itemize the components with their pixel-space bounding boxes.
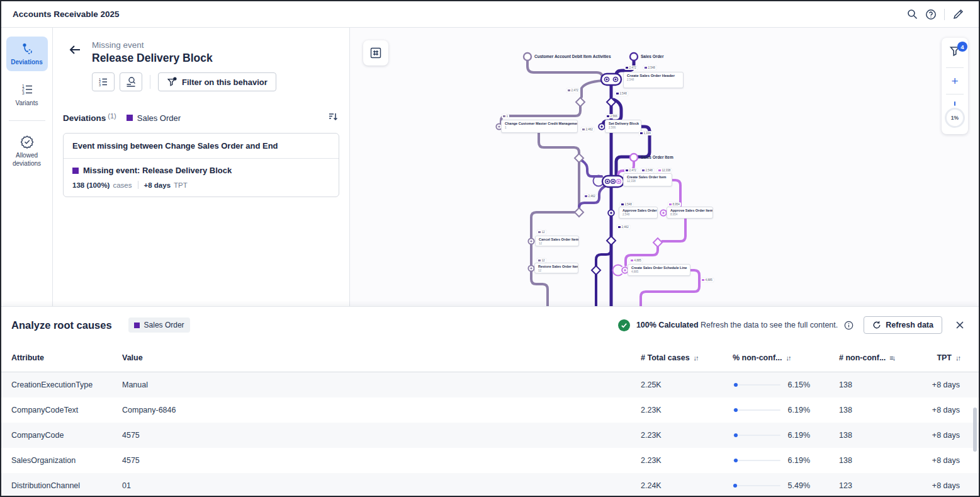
- panel-header: Missing event Release Delivery Block: [53, 28, 349, 65]
- info-icon[interactable]: [844, 321, 853, 330]
- column-header--total-cases[interactable]: # Total cases↓↑: [619, 353, 714, 362]
- activity-node-count: 12,338: [627, 180, 668, 183]
- sort-toggle-icon[interactable]: ↓↑: [955, 354, 960, 362]
- toolbar-divider: [150, 75, 150, 89]
- table-row[interactable]: CreationExecutionTypeManual2.25K6.15%138…: [1, 372, 979, 397]
- edge-stat-value: 1,334: [644, 132, 651, 135]
- scope-color-swatch: [72, 168, 79, 174]
- pct-value: 6.15%: [788, 380, 810, 389]
- cases-unit: cases: [113, 181, 132, 189]
- search-icon[interactable]: [903, 5, 921, 24]
- scope-color-swatch: [134, 323, 140, 328]
- cell-non-conformant-cases: 138: [818, 456, 899, 465]
- sidebar-item-label: Variants: [16, 100, 38, 108]
- pct-track: [733, 460, 780, 461]
- activity-node-create-sales-order-item[interactable]: Create Sales Order Item12,338: [623, 173, 672, 186]
- deviation-card[interactable]: Event missing between Change Sales Order…: [63, 133, 339, 197]
- edge-stat-swatch: [631, 260, 633, 262]
- activity-node-label: Set Delivery Block: [609, 122, 638, 125]
- cell-total-cases: 2.23K: [619, 456, 714, 465]
- start-event: [630, 53, 638, 60]
- refresh-hint: Refresh the data to see the full content…: [701, 321, 838, 329]
- pct-track: [733, 435, 780, 436]
- flow-edge: [581, 160, 602, 176]
- sort-descending-icon[interactable]: [328, 111, 338, 124]
- deviations-branch-icon: [20, 42, 34, 55]
- edge-stat-chip: 2,462: [617, 225, 630, 229]
- column-header-tpt[interactable]: TPT↓↑: [899, 353, 960, 362]
- edge-stat-value: 8,954: [673, 203, 680, 206]
- activity-node-count: 1: [505, 126, 574, 129]
- activity-node-label: Create Sales Order Item: [627, 175, 668, 179]
- svg-text:3: 3: [99, 83, 101, 87]
- table-row[interactable]: CompanyCodeTextCompany-68462.23K6.19%138…: [1, 397, 979, 423]
- pct-track: [733, 485, 780, 486]
- activity-node-restore-sales-order-item[interactable]: Restore Sales Order Item12: [534, 263, 578, 273]
- diagram-filter-button[interactable]: 4: [949, 45, 960, 60]
- zoom-in-button[interactable]: +: [951, 75, 958, 87]
- edge-stat-swatch: [640, 132, 643, 135]
- activity-node-label: Approve Sales Order Item: [670, 209, 709, 212]
- help-icon[interactable]: [921, 5, 940, 24]
- edit-pencil-icon[interactable]: [949, 5, 967, 24]
- table-row[interactable]: CompanyCode45752.23K6.19%138+8 days: [1, 423, 979, 448]
- gateway-diamond: [592, 266, 600, 275]
- column-header--non-conf-[interactable]: # non-conf...≡↓: [818, 353, 899, 362]
- scope-label: Sales Order: [137, 113, 181, 123]
- activity-node-cancel-sales-order-item[interactable]: Cancel Sales Order Item12: [535, 236, 579, 246]
- column-header--non-conf-[interactable]: % non-conf...↓↑: [714, 353, 818, 362]
- close-icon[interactable]: [955, 320, 965, 330]
- scrollbar-thumb[interactable]: [973, 408, 977, 452]
- start-event-label: Sales Order Item: [641, 155, 673, 159]
- activity-node-create-sales-order-schedule-line[interactable]: Create Sales Order Schedule Line4,885: [628, 264, 690, 276]
- activity-node-change-customer-master-credit-management[interactable]: Change Customer Master Credit Management…: [501, 120, 578, 133]
- gateway-diamond: [607, 236, 616, 245]
- activity-node-count: 8,954: [670, 213, 709, 216]
- self-loop-icon: [612, 265, 622, 276]
- edge-stat-value: 12: [542, 259, 545, 262]
- show-variants-button[interactable]: 1 2 3: [92, 72, 115, 91]
- edge-stat-chip: 2,462: [581, 127, 594, 132]
- cell-total-cases: 2.24K: [619, 481, 714, 490]
- edge-stat-swatch: [568, 89, 570, 92]
- start-event: [630, 154, 638, 161]
- sort-active-icon[interactable]: ≡↓: [889, 354, 894, 362]
- activity-node-label: Create Sales Order Schedule Line: [631, 266, 687, 270]
- activity-node-approve-sales-order-item[interactable]: Approve Sales Order Item8,954: [667, 207, 713, 219]
- sort-toggle-icon[interactable]: ↓↑: [694, 354, 698, 362]
- allowed-deviations-seal-icon: [20, 135, 34, 149]
- table-row[interactable]: DistributionChannel012.24K5.49%123+8 day…: [1, 473, 979, 497]
- scope-badge-label: Sales Order: [144, 321, 184, 329]
- sidebar-item-deviations[interactable]: Deviations: [6, 37, 48, 71]
- edge-stat-chip: 2,548: [620, 202, 633, 207]
- inspect-cases-button[interactable]: [120, 72, 142, 91]
- sidebar-item-allowed-deviations[interactable]: Allowed deviations: [6, 130, 48, 172]
- deviations-count: (1): [108, 112, 116, 120]
- page-title: Release Delivery Block: [92, 52, 213, 65]
- node-ports: [496, 123, 666, 273]
- refresh-data-button[interactable]: Refresh data: [864, 316, 942, 334]
- filter-on-behavior-button[interactable]: Filter on this behavior: [158, 72, 276, 91]
- cases-value: 138 (100%): [72, 181, 110, 189]
- activity-slider-handle[interactable]: [954, 101, 955, 106]
- activity-node-set-delivery-block[interactable]: Set Delivery Block2,566: [605, 120, 641, 133]
- flow-edge: [582, 81, 602, 97]
- pct-dot: [734, 459, 738, 462]
- calculated-percent: 100% Calculated: [636, 321, 699, 329]
- edge-stat-value: 4,885: [634, 259, 641, 262]
- table-row[interactable]: SalesOrganization45752.23K6.19%138+8 day…: [1, 448, 979, 473]
- activity-node-create-sales-order-header[interactable]: Create Sales Order Header2,548: [623, 72, 684, 88]
- diagram-view-toggle-button[interactable]: [363, 40, 388, 66]
- activity-level-gauge[interactable]: 1%: [945, 108, 965, 128]
- back-arrow-button[interactable]: [68, 43, 83, 58]
- sort-toggle-icon[interactable]: ↓↑: [786, 354, 790, 362]
- edge-stat-value: 1: [507, 115, 509, 118]
- activity-node-approve-sales-order[interactable]: Approve Sales Order2,548: [619, 207, 658, 219]
- root-causes-panel: Analyze root causes Sales Order 100% Cal…: [1, 306, 979, 496]
- pct-track: [733, 409, 780, 411]
- deviation-stats: 138 (100%) cases +8 days TPT: [72, 181, 330, 189]
- edge-stat-value: 2,548: [646, 169, 653, 172]
- sidebar-item-variants[interactable]: 1 2 3 Variants: [6, 77, 48, 112]
- activity-node-count: 2,548: [622, 213, 654, 216]
- edge-stat-chip: 2,566: [605, 114, 619, 118]
